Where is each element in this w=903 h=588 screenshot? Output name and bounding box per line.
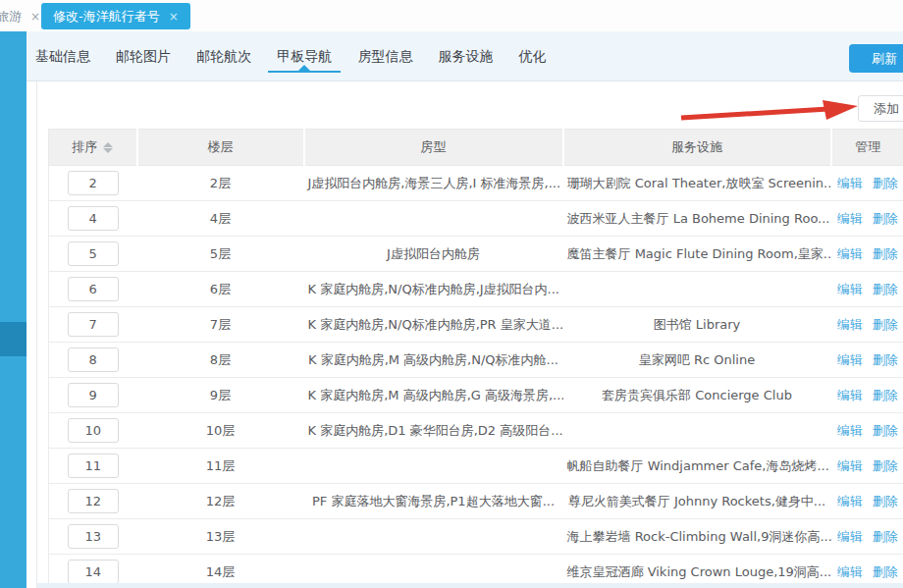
delete-link[interactable]: 删除 (873, 423, 898, 438)
edit-link[interactable]: 编辑 (837, 211, 863, 226)
roomtypes-cell: K 家庭内舱房,D1 豪华阳台房,D2 高级阳台... (304, 413, 563, 449)
edit-link[interactable]: 编辑 (837, 458, 863, 473)
sort-cell (49, 166, 137, 201)
tab-optimize[interactable]: 优化 (519, 31, 547, 80)
add-button[interactable]: 添加 (858, 95, 903, 122)
table-row: 12层 PF 家庭落地大窗海景房,P1超大落地大窗... 尊尼火箭美式餐厅 Jo… (49, 484, 903, 519)
sort-cell (49, 343, 137, 378)
sort-cell (49, 307, 137, 343)
tab-basic-info[interactable]: 基础信息 (35, 31, 90, 80)
delete-link[interactable]: 删除 (873, 176, 898, 190)
delete-link[interactable]: 删除 (873, 458, 898, 473)
roomtypes-cell (304, 201, 563, 237)
content-card: 添加 排序 楼层 房型 服务设施 管理 2层 J (36, 81, 903, 588)
services-cell: 波西米亚人主餐厅 La Boheme Dining Roo... (563, 201, 831, 237)
sort-cell (49, 201, 137, 237)
roomtypes-cell: J虚拟阳台内舱房 (304, 237, 563, 272)
sort-order-input[interactable] (68, 418, 119, 443)
close-icon[interactable]: × (169, 10, 179, 24)
tab-facilities[interactable]: 服务设施 (438, 31, 493, 80)
delete-link[interactable]: 删除 (873, 246, 898, 261)
services-cell: 皇家网吧 Rc Online (563, 343, 831, 378)
delete-link[interactable]: 删除 (873, 211, 898, 226)
services-cell: 尊尼火箭美式餐厅 Johnny Rockets,健身中... (563, 484, 831, 519)
sort-order-input[interactable] (68, 560, 119, 584)
delete-link[interactable]: 删除 (873, 494, 898, 508)
window-tab-edit-ship[interactable]: 修改-海洋航行者号× (41, 3, 190, 29)
edit-link[interactable]: 编辑 (837, 423, 863, 438)
sort-caret-icon[interactable] (103, 141, 113, 154)
window-tab-previous[interactable]: 旅游× (0, 3, 40, 29)
column-services: 服务设施 (563, 130, 831, 166)
sort-order-input[interactable] (68, 277, 119, 301)
table-row: 9层 K 家庭内舱房,M 高级内舱房,G 高级海景房,... 套房贵宾俱乐部 C… (49, 378, 903, 413)
caret-up-icon (298, 65, 310, 71)
edit-link[interactable]: 编辑 (837, 176, 863, 190)
floor-cell: 6层 (137, 272, 304, 307)
tab-cruise-images[interactable]: 邮轮图片 (116, 31, 171, 80)
manage-cell: 编辑 删除 (831, 484, 903, 519)
floor-cell: 7层 (137, 307, 304, 343)
collapsed-sidebar[interactable] (0, 31, 27, 588)
column-sort[interactable]: 排序 (49, 130, 137, 166)
sort-order-input[interactable] (68, 489, 119, 513)
roomtypes-cell: K 家庭内舱房,M 高级内舱房,G 高级海景房,... (304, 378, 563, 413)
table-row: 10层 K 家庭内舱房,D1 豪华阳台房,D2 高级阳台... 编辑 删除 (49, 413, 903, 449)
floor-cell: 8层 (137, 343, 304, 378)
sort-order-input[interactable] (68, 347, 119, 372)
manage-cell: 编辑 删除 (831, 272, 903, 307)
edit-link[interactable]: 编辑 (837, 494, 863, 508)
edit-link[interactable]: 编辑 (837, 282, 863, 296)
edit-link[interactable]: 编辑 (837, 388, 863, 402)
delete-link[interactable]: 删除 (873, 352, 898, 367)
services-cell: 套房贵宾俱乐部 Concierge Club (563, 378, 831, 413)
table-row: 13层 海上攀岩墙 Rock-Climbing Wall,9洞迷你高... 编辑… (49, 519, 903, 555)
sort-order-input[interactable] (68, 312, 119, 337)
column-roomtypes: 房型 (304, 130, 563, 166)
roomtypes-cell: J虚拟阳台内舱房,海景三人房,I 标准海景房,... (304, 166, 563, 201)
sort-order-input[interactable] (68, 383, 119, 407)
tab-room-types[interactable]: 房型信息 (357, 31, 412, 80)
horizontal-scrollbar[interactable] (37, 583, 903, 588)
edit-link[interactable]: 编辑 (837, 317, 863, 332)
close-icon[interactable]: × (30, 10, 40, 24)
floor-cell: 12层 (137, 484, 304, 519)
sidebar-active-item[interactable] (0, 322, 27, 356)
delete-link[interactable]: 删除 (873, 529, 898, 544)
manage-cell: 编辑 删除 (831, 413, 903, 449)
sort-order-input[interactable] (68, 241, 119, 266)
window-tab-label: 旅游 (0, 9, 22, 24)
table-row: 5层 J虚拟阳台内舱房 魔笛主餐厅 Magic Flute Dining Roo… (49, 237, 903, 272)
table-row: 2层 J虚拟阳台内舱房,海景三人房,I 标准海景房,... 珊瑚大剧院 Cora… (49, 166, 903, 201)
refresh-button[interactable]: 刷新 (849, 44, 903, 73)
manage-cell: 编辑 删除 (831, 519, 903, 555)
manage-cell: 编辑 删除 (831, 343, 903, 378)
manage-cell: 编辑 删除 (831, 378, 903, 413)
tab-deck-navigation[interactable]: 甲板导航 (277, 31, 332, 80)
sort-cell (49, 484, 137, 519)
floor-cell: 2层 (137, 166, 304, 201)
table-row: 11层 帆船自助餐厅 Windjammer Cafe,海岛烧烤... 编辑 删除 (49, 449, 903, 484)
delete-link[interactable]: 删除 (873, 317, 898, 332)
roomtypes-cell: PF 家庭落地大窗海景房,P1超大落地大窗... (304, 484, 563, 519)
roomtypes-cell: K 家庭内舱房,N/Q标准内舱房,J虚拟阳台内... (304, 272, 563, 307)
delete-link[interactable]: 删除 (873, 282, 898, 296)
tab-cruise-voyages[interactable]: 邮轮航次 (196, 31, 251, 80)
manage-cell: 编辑 删除 (831, 166, 903, 201)
red-arrow-annotation (673, 95, 866, 123)
sort-order-input[interactable] (68, 206, 119, 231)
floor-cell: 11层 (137, 449, 304, 484)
table-body: 2层 J虚拟阳台内舱房,海景三人房,I 标准海景房,... 珊瑚大剧院 Cora… (49, 166, 903, 588)
sort-order-input[interactable] (68, 171, 119, 195)
roomtypes-cell: K 家庭内舱房,M 高级内舱房,N/Q标准内舱... (304, 343, 563, 378)
edit-link[interactable]: 编辑 (837, 352, 863, 367)
delete-link[interactable]: 删除 (873, 388, 898, 402)
edit-link[interactable]: 编辑 (837, 529, 863, 544)
roomtypes-cell (304, 449, 563, 484)
edit-link[interactable]: 编辑 (837, 564, 863, 579)
sort-order-input[interactable] (68, 454, 119, 478)
edit-link[interactable]: 编辑 (837, 246, 863, 261)
sort-order-input[interactable] (68, 524, 119, 549)
delete-link[interactable]: 删除 (873, 564, 898, 579)
window-tab-label: 修改-海洋航行者号 (53, 9, 160, 24)
